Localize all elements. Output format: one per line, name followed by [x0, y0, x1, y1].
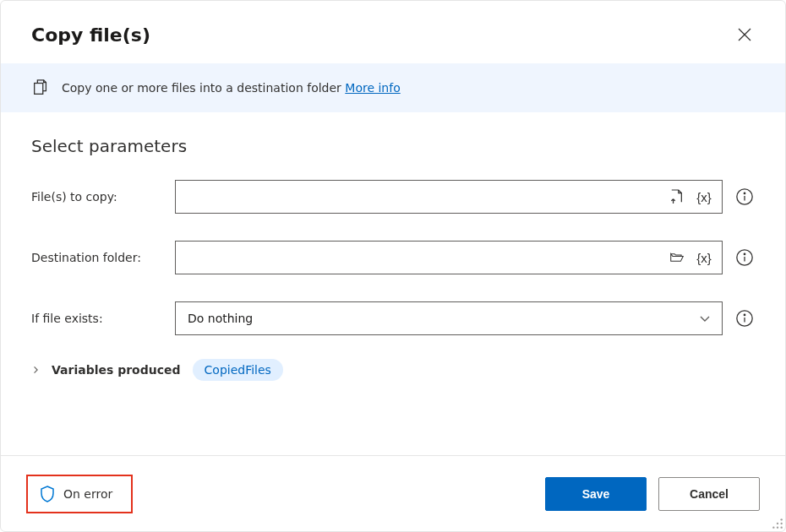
copy-files-icon	[31, 79, 50, 97]
svg-point-16	[777, 527, 778, 529]
info-icon	[735, 309, 754, 328]
destination-info-button[interactable]	[734, 247, 755, 268]
info-icon	[735, 187, 754, 206]
files-info-button[interactable]	[734, 187, 755, 207]
svg-point-8	[744, 253, 745, 254]
footer-actions: Save Cancel	[545, 477, 760, 511]
if-file-exists-dropdown[interactable]: Do nothing	[175, 301, 723, 335]
ifexists-info-button[interactable]	[734, 308, 755, 328]
row-destination-folder: Destination folder: {x}	[31, 241, 755, 274]
svg-point-13	[781, 523, 783, 524]
close-icon	[738, 28, 751, 41]
variables-produced-toggle[interactable]: Variables produced CopiedFiles	[31, 359, 755, 381]
banner-text: Copy one or more files into a destinatio…	[62, 81, 401, 95]
dialog-footer: On error Save Cancel	[1, 455, 785, 531]
svg-point-11	[744, 314, 745, 315]
parameters-section: Select parameters File(s) to copy: {x}	[1, 112, 785, 381]
insert-variable-button[interactable]: {x}	[692, 246, 716, 269]
dialog-header: Copy file(s)	[1, 1, 785, 63]
save-button[interactable]: Save	[545, 477, 647, 511]
on-error-label: On error	[63, 487, 112, 501]
more-info-link[interactable]: More info	[345, 81, 400, 95]
cancel-button[interactable]: Cancel	[658, 477, 760, 511]
variable-icon: {x}	[696, 190, 712, 204]
svg-point-5	[744, 193, 745, 193]
svg-point-14	[777, 523, 778, 524]
row-if-file-exists: If file exists: Do nothing	[31, 301, 755, 335]
variable-chip-copiedfiles[interactable]: CopiedFiles	[193, 359, 283, 381]
if-file-exists-label: If file exists:	[31, 312, 175, 325]
section-title: Select parameters	[31, 136, 755, 156]
if-file-exists-value: Do nothing	[188, 312, 253, 325]
folder-open-icon	[670, 251, 684, 264]
resize-grip-icon[interactable]	[772, 518, 783, 529]
row-files-to-copy: File(s) to copy: {x}	[31, 180, 755, 214]
svg-point-15	[781, 527, 783, 529]
chevron-right-icon	[30, 366, 41, 374]
dialog-title: Copy file(s)	[31, 24, 150, 46]
files-to-copy-input[interactable]	[175, 180, 723, 214]
info-banner: Copy one or more files into a destinatio…	[1, 63, 785, 112]
destination-folder-label: Destination folder:	[31, 251, 175, 264]
shield-icon	[40, 486, 55, 502]
info-icon	[735, 248, 754, 267]
files-to-copy-label: File(s) to copy:	[31, 190, 175, 204]
svg-rect-2	[35, 84, 43, 95]
browse-folder-button[interactable]	[665, 246, 689, 269]
destination-folder-input[interactable]	[175, 241, 723, 274]
svg-point-12	[781, 518, 783, 520]
variable-icon: {x}	[696, 251, 712, 265]
close-button[interactable]	[731, 21, 758, 48]
on-error-button[interactable]: On error	[26, 475, 133, 513]
select-file-button[interactable]	[665, 185, 689, 209]
file-picker-icon	[670, 188, 684, 205]
variables-produced-label: Variables produced	[52, 363, 181, 377]
svg-point-17	[772, 527, 774, 529]
insert-variable-button[interactable]: {x}	[692, 185, 716, 209]
banner-description: Copy one or more files into a destinatio…	[62, 81, 345, 95]
